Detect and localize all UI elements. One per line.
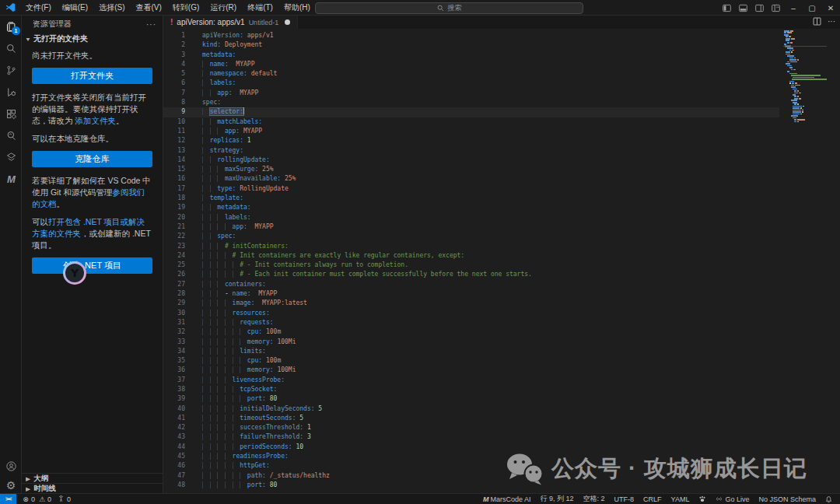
timeline-section[interactable]: ▶时间线 [22, 483, 163, 493]
json-schema-status[interactable]: No JSON Schema [755, 495, 819, 503]
code-line[interactable]: 28 - name: MYAPP [163, 289, 779, 299]
code-line[interactable]: 5 namespace: default [163, 69, 779, 79]
activitybar-marscode[interactable]: M [0, 168, 22, 190]
customize-layout-icon[interactable] [768, 4, 784, 12]
remote-indicator[interactable]: >< [0, 494, 16, 504]
code-line[interactable]: 39 port: 80 [163, 394, 779, 404]
code-line[interactable]: 18 template: [163, 194, 779, 203]
code-line[interactable]: 14 rollingUpdate: [163, 156, 779, 165]
activitybar-extension-b[interactable] [0, 146, 22, 168]
code-line[interactable]: 37 livenessProbe: [163, 376, 779, 385]
menu-go[interactable]: 转到(G) [167, 0, 205, 16]
code-line[interactable]: 12 replicas: 1 [163, 136, 779, 145]
code-line[interactable]: 9 selector: [163, 107, 779, 117]
code-line[interactable]: 41 timeoutSeconds: 5 [163, 414, 779, 423]
marscode-status[interactable]: MMarsCode AI [480, 495, 534, 503]
activitybar-search[interactable] [0, 37, 22, 59]
gradient-logo-watermark: Y [63, 261, 86, 285]
code-line[interactable]: 6 labels: [163, 79, 779, 88]
code-line[interactable]: 44 periodSeconds: 10 [163, 443, 779, 452]
minimap[interactable] [783, 30, 827, 493]
settings-gear-icon[interactable]: ⚙ [6, 479, 16, 492]
menu-help[interactable]: 帮助(H) [278, 0, 316, 16]
activitybar-extension-a[interactable] [0, 124, 22, 146]
code-line[interactable]: 34 limits: [163, 347, 779, 356]
menu-selection[interactable]: 选择(S) [93, 0, 130, 16]
menu-terminal[interactable]: 终端(T) [242, 0, 278, 16]
activitybar-source-control[interactable] [0, 59, 22, 81]
code-area[interactable]: 1apiVersion: apps/v12kind: Deployment3me… [163, 30, 779, 493]
paw-extension-status[interactable] [695, 495, 709, 502]
menu-view[interactable]: 查看(V) [130, 0, 166, 16]
code-line[interactable]: 43 failureThreshold: 3 [163, 432, 779, 442]
eol-sequence[interactable]: CRLF [640, 495, 665, 503]
command-center-search[interactable]: 搜索 [315, 2, 583, 14]
outline-section[interactable]: ▶大纲 [22, 473, 163, 483]
code-line[interactable]: 36 memory: 100Mi [163, 366, 779, 375]
toggle-secondary-sidebar-icon[interactable] [751, 4, 768, 12]
sidebar-more-actions[interactable]: ··· [146, 20, 156, 29]
code-line[interactable]: 42 successThreshold: 1 [163, 423, 779, 432]
code-line[interactable]: 33 memory: 100Mi [163, 338, 779, 347]
code-line[interactable]: 4 name: MYAPP [163, 60, 779, 69]
create-dotnet-button[interactable]: 创建 .NET 项目 [32, 257, 152, 274]
code-line[interactable]: 17 type: RollingUpdate [163, 184, 779, 194]
code-line[interactable]: 15 maxSurge: 25% [163, 165, 779, 174]
clone-repo-button[interactable]: 克隆仓库 [32, 151, 152, 167]
open-folder-button[interactable]: 打开文件夹 [32, 68, 152, 84]
code-line[interactable]: 38 tcpSocket: [163, 385, 779, 394]
code-line[interactable]: 3metadata: [163, 51, 779, 60]
language-mode[interactable]: YAML [668, 495, 693, 503]
code-line[interactable]: 10 matchLabels: [163, 117, 779, 127]
code-line[interactable]: 26 # - Each init container must complete… [163, 270, 779, 279]
code-line[interactable]: 11 app: MYAPP [163, 127, 779, 136]
close-button[interactable]: ✕ [821, 0, 840, 16]
code-line[interactable]: 8spec: [163, 98, 779, 107]
ports-status[interactable]: 0 [54, 495, 74, 503]
menu-run[interactable]: 运行(R) [205, 0, 242, 16]
toggle-panel-icon[interactable] [735, 4, 751, 12]
activitybar-extensions[interactable] [0, 103, 22, 124]
code-line[interactable]: 30 resources: [163, 309, 779, 318]
code-line[interactable]: 35 cpu: 100m [163, 356, 779, 366]
error-count: 0 [31, 495, 35, 503]
code-line[interactable]: 2kind: Deployment [163, 40, 779, 50]
menu-file[interactable]: 文件(F) [20, 0, 57, 16]
code-line[interactable]: 19 metadata: [163, 203, 779, 212]
tab-untitled-1[interactable]: ! apiVersion: apps/v1 Untitled-1 [163, 16, 298, 29]
section-no-folder[interactable]: ▼ 无打开的文件夹 [22, 33, 163, 45]
dirty-indicator-icon[interactable] [285, 19, 290, 25]
minimize-button[interactable]: – [784, 0, 803, 16]
code-line[interactable]: 23 # initContainers: [163, 242, 779, 251]
activitybar-run-debug[interactable] [0, 81, 22, 103]
code-line[interactable]: 13 strategy: [163, 146, 779, 156]
code-line[interactable]: 40 initialDelaySeconds: 5 [163, 404, 779, 414]
code-line[interactable]: 20 labels: [163, 213, 779, 222]
activitybar-explorer[interactable]: 1 [0, 16, 22, 37]
code-line[interactable]: 1apiVersion: apps/v1 [163, 31, 779, 40]
editor-more-actions[interactable]: ··· [828, 17, 835, 26]
code-line[interactable]: 24 # Init containers are exactly like re… [163, 251, 779, 261]
problems-status[interactable]: ⊗0 ⚠0 [19, 495, 54, 503]
maximize-button[interactable]: ▢ [803, 0, 821, 16]
code-line[interactable]: 27 containers: [163, 280, 779, 289]
indentation[interactable]: 空格: 2 [580, 494, 608, 504]
toggle-sidebar-icon[interactable] [719, 4, 735, 12]
code-line[interactable]: 32 cpu: 100m [163, 327, 779, 337]
code-line[interactable]: 29 image: MYAPP:latest [163, 299, 779, 308]
code-line[interactable]: 21 app: MYAPP [163, 222, 779, 232]
code-line[interactable]: 25 # - Init containers always run to com… [163, 261, 779, 270]
code-line[interactable]: 16 maxUnavailable: 25% [163, 174, 779, 184]
encoding[interactable]: UTF-8 [611, 495, 638, 503]
split-editor-icon[interactable] [813, 17, 821, 26]
cursor-position[interactable]: 行 9, 列 12 [537, 494, 577, 504]
go-live-status[interactable]: Go Live [712, 495, 752, 503]
code-line[interactable]: 22 spec: [163, 232, 779, 241]
add-folder-link[interactable]: 添加文件夹 [75, 116, 116, 125]
account-icon[interactable] [5, 460, 17, 472]
run-debug-icon [5, 86, 17, 98]
notifications-bell[interactable] [822, 495, 835, 503]
code-line[interactable]: 7 app: MYAPP [163, 89, 779, 98]
code-line[interactable]: 31 requests: [163, 318, 779, 327]
menu-edit[interactable]: 编辑(E) [57, 0, 93, 16]
